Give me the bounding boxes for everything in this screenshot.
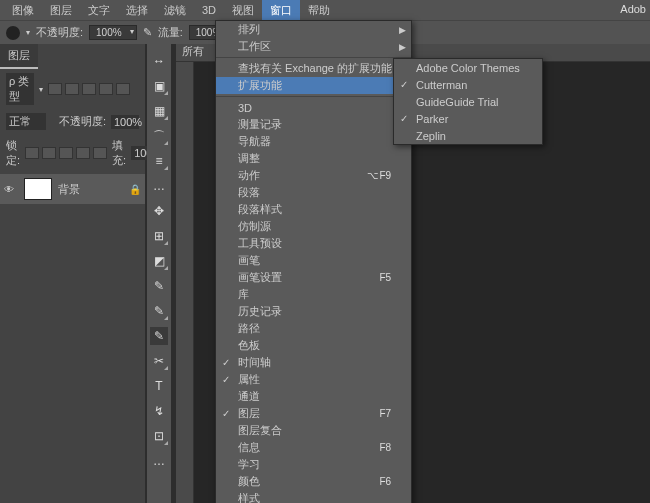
tool-15[interactable]: ⊡ [150,427,168,445]
menu-窗口[interactable]: 窗口 [262,0,300,21]
opacity-select[interactable]: 100% [89,25,137,40]
layer-thumb[interactable] [24,178,52,200]
menu-item[interactable]: 导航器 [216,133,411,150]
tool-1[interactable]: ▣ [150,77,168,95]
visibility-icon[interactable]: 👁 [4,184,18,195]
menu-帮助[interactable]: 帮助 [300,0,338,21]
tool-8[interactable]: ◩ [150,252,168,270]
menu-item[interactable]: Adobe Color Themes [394,59,542,76]
tool-4[interactable]: ≡ [150,152,168,170]
tool-6[interactable]: ✥ [150,202,168,220]
menu-item[interactable]: ✓属性 [216,371,411,388]
menu-item[interactable]: GuideGuide Trial [394,93,542,110]
tool-13[interactable]: T [150,377,168,395]
tool-3[interactable]: ⌒ [150,127,168,145]
menu-item[interactable]: 路径 [216,320,411,337]
extensions-submenu: Adobe Color Themes✓CuttermanGuideGuide T… [393,58,543,145]
menu-item[interactable]: 颜色F6 [216,473,411,490]
menu-item[interactable]: 查找有关 Exchange 的扩展功能… [216,60,411,77]
tool-5[interactable]: … [150,177,168,195]
opacity-label: 不透明度: [36,25,83,40]
menu-item[interactable]: 扩展功能▶ [216,77,411,94]
fill-label: 填充: [112,138,126,168]
menu-bar: 图像图层文字选择滤镜3D视图窗口帮助 [0,0,650,20]
tool-7[interactable]: ⊞ [150,227,168,245]
layers-panel: 图层 ρ 类型 ▾ 正常 不透明度: 100% 锁定: 填充: 100% 👁 背… [0,44,145,503]
menu-item[interactable]: ✓Cutterman [394,76,542,93]
tool-11[interactable]: ✎ [150,327,168,345]
layer-row[interactable]: 👁 背景 🔒 [0,174,145,204]
chevron-down-icon: ▾ [26,28,30,37]
lock-icon[interactable]: 🔒 [129,184,141,195]
layer-opacity[interactable]: 100% [111,115,139,129]
flow-label: 流量: [158,25,183,40]
window-menu: 排列▶工作区▶查找有关 Exchange 的扩展功能…扩展功能▶3D测量记录导航… [215,20,412,503]
menu-选择[interactable]: 选择 [118,0,156,21]
blend-mode[interactable]: 正常 [6,113,46,130]
menu-滤镜[interactable]: 滤镜 [156,0,194,21]
menu-图层[interactable]: 图层 [42,0,80,21]
pressure-icon[interactable]: ✎ [143,26,152,39]
menu-item[interactable]: ✓时间轴 [216,354,411,371]
menu-item[interactable]: 学习 [216,456,411,473]
menu-item[interactable]: 3D [216,99,411,116]
tool-2[interactable]: ▦ [150,102,168,120]
lock-badges[interactable] [25,147,107,159]
side-toolbar: ↔▣▦⌒≡…✥⊞◩✎✎✎✂T↯⊡… [147,44,171,503]
menu-item[interactable]: 工作区▶ [216,38,411,55]
filter-badges[interactable] [48,83,130,95]
lock-label: 锁定: [6,138,20,168]
menu-item[interactable]: 信息F8 [216,439,411,456]
menu-item[interactable]: 样式 [216,490,411,503]
app-label: Adob [620,3,646,15]
chevron-icon: ▾ [39,85,43,94]
menu-视图[interactable]: 视图 [224,0,262,21]
menu-item[interactable]: 排列▶ [216,21,411,38]
menu-item[interactable]: 段落样式 [216,201,411,218]
menu-item[interactable]: Zeplin [394,127,542,144]
menu-item[interactable]: 动作⌥F9 [216,167,411,184]
menu-item[interactable]: 工具预设 [216,235,411,252]
tool-10[interactable]: ✎ [150,302,168,320]
filter-kind[interactable]: ρ 类型 [6,73,34,105]
menu-item[interactable]: 仿制源 [216,218,411,235]
menu-item[interactable]: 调整 [216,150,411,167]
menu-文字[interactable]: 文字 [80,0,118,21]
menu-3D[interactable]: 3D [194,1,224,19]
menu-item[interactable]: 图层复合 [216,422,411,439]
brush-preview[interactable] [6,26,20,40]
menu-图像[interactable]: 图像 [4,0,42,21]
menu-item[interactable]: 段落 [216,184,411,201]
menu-item[interactable]: 库 [216,286,411,303]
tool-14[interactable]: ↯ [150,402,168,420]
menu-item[interactable]: ✓Parker [394,110,542,127]
tool-16[interactable]: … [150,452,168,470]
menu-item[interactable]: 色板 [216,337,411,354]
menu-item[interactable]: 历史记录 [216,303,411,320]
menu-item[interactable]: 画笔设置F5 [216,269,411,286]
menu-item[interactable]: 测量记录 [216,116,411,133]
tool-12[interactable]: ✂ [150,352,168,370]
menu-item[interactable]: ✓图层F7 [216,405,411,422]
layer-name[interactable]: 背景 [58,182,80,197]
opacity-label: 不透明度: [59,114,106,129]
layers-tab[interactable]: 图层 [0,44,38,69]
ruler-vertical [176,62,194,503]
menu-item[interactable]: 通道 [216,388,411,405]
menu-item[interactable]: 画笔 [216,252,411,269]
tool-9[interactable]: ✎ [150,277,168,295]
